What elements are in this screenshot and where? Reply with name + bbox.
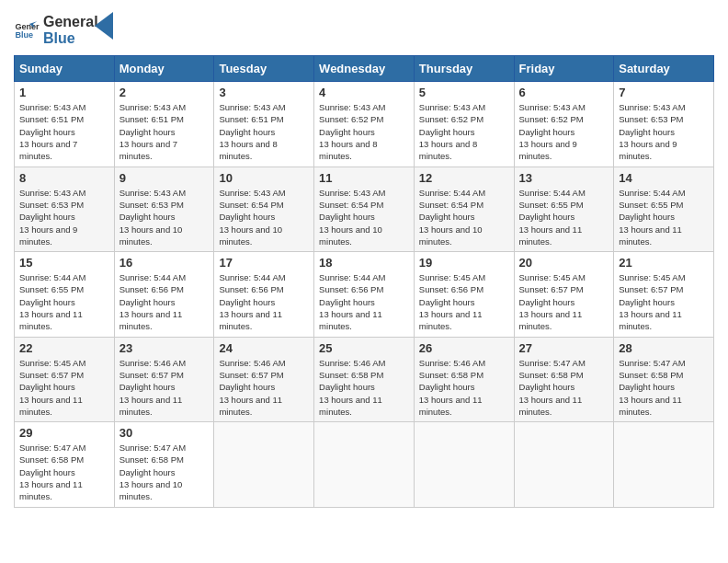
day-info: Sunrise: 5:43 AM Sunset: 6:52 PM Dayligh… [419,101,509,162]
day-info: Sunrise: 5:43 AM Sunset: 6:51 PM Dayligh… [219,101,309,162]
day-info: Sunrise: 5:44 AM Sunset: 6:55 PM Dayligh… [619,187,709,247]
logo-icon: General Blue [14,17,40,43]
calendar-cell: 9 Sunrise: 5:43 AM Sunset: 6:53 PM Dayli… [114,167,214,251]
calendar-cell: 6 Sunrise: 5:43 AM Sunset: 6:52 PM Dayli… [514,82,614,167]
day-number: 22 [19,341,109,355]
day-info: Sunrise: 5:43 AM Sunset: 6:53 PM Dayligh… [119,187,210,247]
day-info: Sunrise: 5:44 AM Sunset: 6:56 PM Dayligh… [319,271,409,332]
day-info: Sunrise: 5:43 AM Sunset: 6:52 PM Dayligh… [319,101,409,162]
day-info: Sunrise: 5:43 AM Sunset: 6:51 PM Dayligh… [119,101,210,162]
calendar-cell: 12 Sunrise: 5:44 AM Sunset: 6:54 PM Dayl… [414,167,514,251]
day-info: Sunrise: 5:43 AM Sunset: 6:53 PM Dayligh… [19,187,109,247]
day-number: 4 [319,86,409,99]
logo-arrow-icon [95,12,113,40]
day-info: Sunrise: 5:44 AM Sunset: 6:56 PM Dayligh… [119,271,210,332]
day-number: 13 [519,171,609,185]
day-number: 5 [419,86,509,99]
calendar-cell [514,422,614,507]
svg-text:Blue: Blue [15,30,33,40]
calendar-cell: 15 Sunrise: 5:44 AM Sunset: 6:55 PM Dayl… [15,252,115,337]
day-number: 30 [119,426,210,440]
calendar-cell: 23 Sunrise: 5:46 AM Sunset: 6:57 PM Dayl… [114,337,214,421]
calendar-cell: 7 Sunrise: 5:43 AM Sunset: 6:53 PM Dayli… [614,82,714,167]
day-info: Sunrise: 5:46 AM Sunset: 6:58 PM Dayligh… [419,357,509,418]
svg-marker-3 [95,12,113,40]
calendar-cell [614,422,714,507]
calendar-cell: 30 Sunrise: 5:47 AM Sunset: 6:58 PM Dayl… [114,422,214,507]
day-info: Sunrise: 5:45 AM Sunset: 6:57 PM Dayligh… [619,271,709,332]
calendar-cell: 18 Sunrise: 5:44 AM Sunset: 6:56 PM Dayl… [314,252,415,337]
calendar-cell: 28 Sunrise: 5:47 AM Sunset: 6:58 PM Dayl… [614,337,714,421]
day-info: Sunrise: 5:45 AM Sunset: 6:56 PM Dayligh… [419,271,509,332]
day-number: 8 [19,171,109,185]
calendar-cell: 29 Sunrise: 5:47 AM Sunset: 6:58 PM Dayl… [15,422,115,507]
day-info: Sunrise: 5:47 AM Sunset: 6:58 PM Dayligh… [19,442,109,502]
day-number: 28 [619,341,709,355]
weekday-header: Wednesday [314,56,415,82]
day-number: 1 [19,86,109,99]
calendar-cell: 11 Sunrise: 5:43 AM Sunset: 6:54 PM Dayl… [314,167,415,251]
day-number: 9 [119,171,210,185]
day-number: 21 [619,256,709,270]
day-info: Sunrise: 5:45 AM Sunset: 6:57 PM Dayligh… [519,271,609,332]
day-number: 19 [419,256,509,270]
day-number: 26 [419,341,509,355]
weekday-header: Tuesday [214,56,314,82]
calendar-cell: 3 Sunrise: 5:43 AM Sunset: 6:51 PM Dayli… [214,82,314,167]
day-number: 16 [119,256,210,270]
day-number: 29 [19,426,109,440]
calendar-cell: 27 Sunrise: 5:47 AM Sunset: 6:58 PM Dayl… [514,337,614,421]
day-number: 7 [619,86,709,99]
day-info: Sunrise: 5:43 AM Sunset: 6:54 PM Dayligh… [219,187,309,247]
day-info: Sunrise: 5:47 AM Sunset: 6:58 PM Dayligh… [619,357,709,418]
calendar-cell: 4 Sunrise: 5:43 AM Sunset: 6:52 PM Dayli… [314,82,415,167]
day-info: Sunrise: 5:44 AM Sunset: 6:56 PM Dayligh… [219,271,309,332]
weekday-header: Sunday [15,56,115,82]
day-number: 10 [219,171,309,185]
day-number: 11 [319,171,409,185]
calendar-cell: 10 Sunrise: 5:43 AM Sunset: 6:54 PM Dayl… [214,167,314,251]
calendar-cell: 25 Sunrise: 5:46 AM Sunset: 6:58 PM Dayl… [314,337,415,421]
svg-text:General: General [15,21,40,30]
day-number: 18 [319,256,409,270]
calendar-cell: 22 Sunrise: 5:45 AM Sunset: 6:57 PM Dayl… [15,337,115,421]
day-number: 17 [219,256,309,270]
day-number: 3 [219,86,309,99]
calendar-cell: 21 Sunrise: 5:45 AM Sunset: 6:57 PM Dayl… [614,252,714,337]
day-number: 20 [519,256,609,270]
day-info: Sunrise: 5:43 AM Sunset: 6:53 PM Dayligh… [619,101,709,162]
day-info: Sunrise: 5:46 AM Sunset: 6:57 PM Dayligh… [219,357,309,418]
day-info: Sunrise: 5:46 AM Sunset: 6:57 PM Dayligh… [119,357,210,418]
logo: General Blue General Blue [14,14,113,46]
calendar-cell: 16 Sunrise: 5:44 AM Sunset: 6:56 PM Dayl… [114,252,214,337]
calendar-cell: 24 Sunrise: 5:46 AM Sunset: 6:57 PM Dayl… [214,337,314,421]
calendar-cell: 13 Sunrise: 5:44 AM Sunset: 6:55 PM Dayl… [514,167,614,251]
calendar-cell [414,422,514,507]
weekday-header: Monday [114,56,214,82]
day-info: Sunrise: 5:44 AM Sunset: 6:55 PM Dayligh… [19,271,109,332]
calendar-cell: 19 Sunrise: 5:45 AM Sunset: 6:56 PM Dayl… [414,252,514,337]
day-info: Sunrise: 5:45 AM Sunset: 6:57 PM Dayligh… [19,357,109,418]
day-info: Sunrise: 5:44 AM Sunset: 6:55 PM Dayligh… [519,187,609,247]
weekday-header: Saturday [614,56,714,82]
day-info: Sunrise: 5:44 AM Sunset: 6:54 PM Dayligh… [419,187,509,247]
calendar-cell: 20 Sunrise: 5:45 AM Sunset: 6:57 PM Dayl… [514,252,614,337]
calendar-cell: 1 Sunrise: 5:43 AM Sunset: 6:51 PM Dayli… [15,82,115,167]
calendar-table: SundayMondayTuesdayWednesdayThursdayFrid… [14,55,714,507]
logo-blue-text: Blue [43,30,98,47]
weekday-header: Friday [514,56,614,82]
day-number: 23 [119,341,210,355]
logo-general-text: General [43,14,98,30]
day-number: 15 [19,256,109,270]
calendar-cell: 17 Sunrise: 5:44 AM Sunset: 6:56 PM Dayl… [214,252,314,337]
day-number: 12 [419,171,509,185]
day-number: 2 [119,86,210,99]
day-info: Sunrise: 5:47 AM Sunset: 6:58 PM Dayligh… [519,357,609,418]
calendar-cell: 14 Sunrise: 5:44 AM Sunset: 6:55 PM Dayl… [614,167,714,251]
day-info: Sunrise: 5:43 AM Sunset: 6:51 PM Dayligh… [19,101,109,162]
header: General Blue General Blue [14,14,714,46]
calendar-cell: 26 Sunrise: 5:46 AM Sunset: 6:58 PM Dayl… [414,337,514,421]
day-info: Sunrise: 5:43 AM Sunset: 6:52 PM Dayligh… [519,101,609,162]
day-number: 27 [519,341,609,355]
day-number: 14 [619,171,709,185]
